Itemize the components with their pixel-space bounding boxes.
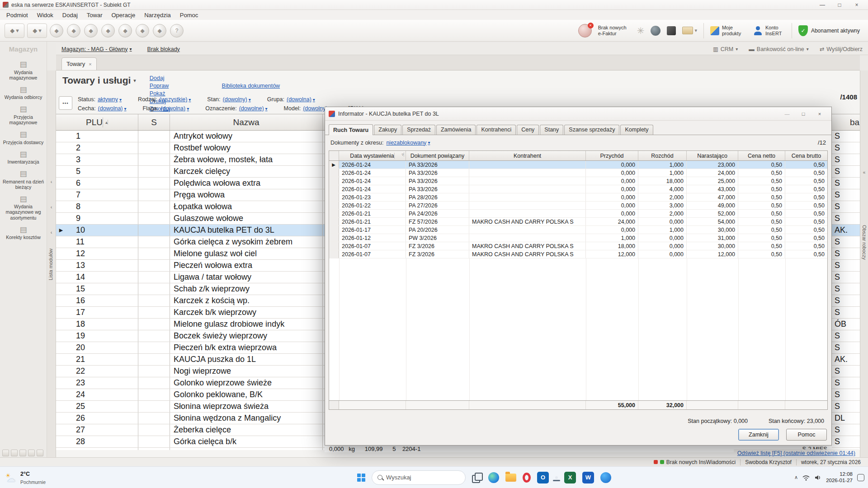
col-cena-netto[interactable]: Cena netto xyxy=(738,151,785,160)
kasa-icon[interactable]: × xyxy=(578,24,592,38)
weather-widget[interactable]: ☀ ☁ 2°C Pochmurnie xyxy=(5,469,100,486)
menu-item[interactable]: Widok xyxy=(33,11,58,19)
word-icon[interactable]: W xyxy=(582,472,594,483)
toolbar-button-4[interactable]: ◆ xyxy=(101,24,115,38)
sidebar-item[interactable]: ▤ Przyjęcia dostawcy xyxy=(0,130,47,145)
grid-row[interactable]: ▶ 2026-01-17 PA 20/2026 0,000 1,000 30,0… xyxy=(329,226,827,234)
new-operation-button[interactable]: ◆▾ xyxy=(27,23,47,38)
wifi-icon[interactable] xyxy=(802,474,810,481)
grid-row[interactable]: ▶ 2026-01-21 FZ 57/2026 MAKRO CASH AND C… xyxy=(329,218,827,226)
menu-item[interactable]: Towar xyxy=(82,11,107,19)
filter-value[interactable]: aktywny ▾ xyxy=(98,96,122,103)
filter-value[interactable]: (dowolna) ▾ xyxy=(287,96,315,103)
column-header-plu[interactable]: PLU ▴ xyxy=(56,114,138,130)
file-explorer-icon[interactable] xyxy=(505,474,516,482)
col-data-wystawienia[interactable]: Data wystawienia ▿ xyxy=(339,151,406,160)
mini-icon[interactable] xyxy=(37,450,43,456)
opera-icon[interactable] xyxy=(523,473,531,483)
maximize-button[interactable]: □ xyxy=(831,0,848,9)
grid-row[interactable]: ▶ 2026-01-07 FZ 3/2026 MAKRO CASH AND CA… xyxy=(329,242,827,250)
col-cena-brutto[interactable]: Cena brutto xyxy=(785,151,827,160)
edge-icon[interactable] xyxy=(488,472,499,483)
speaker-icon[interactable] xyxy=(814,474,821,481)
obszar-roboczy-strip[interactable]: « Obszar roboczy xyxy=(860,70,868,457)
column-header-nazwa[interactable]: Nazwa xyxy=(170,114,323,130)
grid-row[interactable]: ▶ 2026-01-24 PA 33/2026 0,000 18,000 25,… xyxy=(329,177,827,185)
dialog-maximize-button[interactable]: □ xyxy=(795,108,811,119)
filter-options-button[interactable]: ••• xyxy=(59,96,72,110)
toolbar-button-6[interactable]: ◆ xyxy=(136,24,149,38)
sidebar-item[interactable]: ▤ Korekty kosztów xyxy=(0,225,47,240)
refresh-list-link[interactable]: Odśwież listę [F5] (ostatnie odświeżenie… xyxy=(734,449,859,457)
gear-icon[interactable]: ✳ xyxy=(637,25,645,36)
menu-item[interactable]: Podmiot xyxy=(2,11,33,19)
inswiadomosci-status[interactable]: Brak nowych InsWiadomości xyxy=(666,459,736,465)
grid-row[interactable]: ▶ 2026-01-21 PA 24/2026 0,000 2,000 52,0… xyxy=(329,210,827,218)
period-value[interactable]: niezablokowany ▾ xyxy=(386,140,430,146)
grid-row[interactable]: ▶ 2026-01-12 PW 3/2026 1,000 0,000 31,00… xyxy=(329,234,827,242)
grid-row[interactable]: ▶ 2026-01-07 FZ 3/2026 MAKRO CASH AND CA… xyxy=(329,250,827,258)
filter-value[interactable]: (dowolne) ▾ xyxy=(239,105,268,112)
sidebar-item[interactable]: ▤ Remanent na dzień bieżący xyxy=(0,169,47,190)
outlook-icon[interactable]: O xyxy=(537,472,549,483)
action-link[interactable]: Pokaż xyxy=(150,90,177,97)
dialog-tab[interactable]: Szanse sprzedaży xyxy=(564,125,619,135)
mini-icon[interactable] xyxy=(28,450,35,456)
toolbar-button-7[interactable]: ◆ xyxy=(153,24,166,38)
lista-modulow-strip[interactable]: ‹ ‹ ‹ Lista modułów xyxy=(47,70,56,457)
action-link[interactable]: Popraw xyxy=(150,83,177,89)
pomoc-button[interactable]: Pomoc xyxy=(786,429,827,441)
crm-button[interactable]: ▥ CRM ▾ xyxy=(713,46,738,52)
sidebar-item[interactable]: ▤ Wydania magazynowe wg asortymentu xyxy=(0,195,47,221)
action-link[interactable]: Dodaj xyxy=(150,75,177,81)
grid-row[interactable]: ▶ 2026-01-23 PA 28/2026 0,000 2,000 47,0… xyxy=(329,193,827,202)
col-narastajaco[interactable]: Narastająco xyxy=(687,151,738,160)
mini-icon[interactable] xyxy=(19,450,26,456)
toolbar-button-5[interactable]: ◆ xyxy=(118,24,132,38)
menu-item[interactable]: Operacje xyxy=(107,11,140,19)
toolbar-button-1[interactable]: ◆ xyxy=(50,24,63,38)
magazyn-selector[interactable]: Magazyn: - MAG - Główny▾ xyxy=(61,46,132,52)
tab-close-icon[interactable]: × xyxy=(89,61,91,67)
dialog-tab[interactable]: Zakupy xyxy=(374,125,401,135)
grid-row[interactable]: ▶ 2026-01-24 PA 33/2026 0,000 1,000 24,0… xyxy=(329,169,827,177)
mini-icon[interactable] xyxy=(2,450,9,456)
close-button[interactable]: × xyxy=(848,0,865,9)
start-button[interactable] xyxy=(357,474,365,482)
search-input[interactable]: Wyszukaj xyxy=(372,470,466,485)
menu-item[interactable]: Narzędzia xyxy=(140,11,175,19)
bankowosc-button[interactable]: ▬ Bankowość on-line ▾ xyxy=(749,46,808,52)
wyslij-odbierz-button[interactable]: ⇄ Wyślij/Odbierz xyxy=(820,46,863,52)
dialog-minimize-button[interactable]: — xyxy=(779,108,795,119)
module-title[interactable]: Towary i usługi ▾ xyxy=(62,75,136,86)
new-document-button[interactable]: ◆▾ xyxy=(5,23,24,38)
moje-produkty-button[interactable]: Moje produkty xyxy=(710,25,747,36)
menu-item[interactable]: Dodaj xyxy=(58,11,82,19)
sidebar-item[interactable]: ▤ Przyjęcia magazynowe xyxy=(0,105,47,125)
globe-icon[interactable] xyxy=(651,26,660,36)
dialog-tab[interactable]: Ceny xyxy=(517,125,539,135)
mini-icon[interactable] xyxy=(11,450,18,456)
filter-value[interactable]: (dowolna) ▾ xyxy=(98,105,127,112)
task-view-icon[interactable] xyxy=(472,473,482,483)
efaktury-status[interactable]: Brak nowych e-Faktur xyxy=(598,25,631,36)
col-rozchod[interactable]: Rozchód xyxy=(638,151,687,160)
sidebar-item[interactable]: ▤ Inwentaryzacja xyxy=(0,150,47,165)
dialog-title-bar[interactable]: Informator - KAUCJA butelka PET do 3L — … xyxy=(325,107,831,121)
dialog-tab[interactable]: Komplety xyxy=(620,125,653,135)
col-przychod[interactable]: Przychód xyxy=(586,151,638,160)
abonament-button[interactable]: ✓ Abonament aktywny xyxy=(798,25,860,36)
folders-button[interactable]: ▾ xyxy=(682,27,697,34)
taskbar-clock[interactable]: 12:08 2026-01-27 xyxy=(826,471,853,484)
grid-row[interactable]: ▶ 2026-01-24 PA 33/2026 0,000 4,000 43,0… xyxy=(329,185,827,193)
dialog-tab[interactable]: Zamówienia xyxy=(436,125,476,135)
col-dokument[interactable]: Dokument powiązany xyxy=(406,151,469,160)
app-icon-blue[interactable] xyxy=(600,472,611,483)
minimize-button[interactable]: — xyxy=(814,0,831,9)
dialog-tab[interactable]: Stany xyxy=(540,125,563,135)
excel-icon[interactable]: X xyxy=(564,472,576,483)
filter-value[interactable]: (wszystkie) ▾ xyxy=(160,96,191,103)
toolbar-button-3[interactable]: ◆ xyxy=(84,24,98,38)
filter-value[interactable]: (dowolny) ▾ xyxy=(223,96,251,103)
dialog-tab[interactable]: Sprzedaż xyxy=(402,125,435,135)
